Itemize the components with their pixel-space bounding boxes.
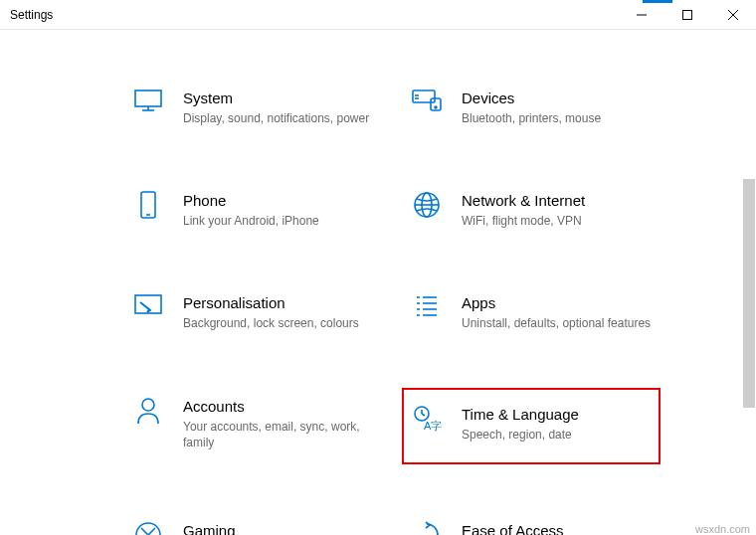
category-description: Bluetooth, printers, mouse xyxy=(462,110,653,126)
category-title: Phone xyxy=(183,192,374,209)
time-language-icon: A字 xyxy=(410,404,444,434)
apps-icon xyxy=(410,292,444,318)
svg-rect-12 xyxy=(141,192,155,218)
window-controls xyxy=(619,0,756,29)
category-text: PersonalisationBackground, lock screen, … xyxy=(183,292,374,331)
category-ease-of-access[interactable]: Ease of Access xyxy=(402,512,661,535)
category-description: WiFi, flight mode, VPN xyxy=(462,213,653,229)
category-text: Ease of Access xyxy=(462,520,653,535)
close-button[interactable] xyxy=(710,0,756,29)
scrollbar-thumb[interactable] xyxy=(743,179,755,408)
category-text: AppsUninstall, defaults, optional featur… xyxy=(462,292,653,331)
svg-point-9 xyxy=(435,106,437,108)
category-title: System xyxy=(183,89,374,106)
category-time-language[interactable]: A字Time & LanguageSpeech, region, date xyxy=(402,388,661,464)
category-text: AccountsYour accounts, email, sync, work… xyxy=(183,396,374,450)
phone-icon xyxy=(131,190,165,220)
category-description: Uninstall, defaults, optional features xyxy=(462,315,653,331)
active-tab-indicator xyxy=(643,0,672,3)
category-text: DevicesBluetooth, printers, mouse xyxy=(462,88,653,126)
category-description: Display, sound, notifications, power xyxy=(183,110,374,126)
system-icon xyxy=(131,88,165,113)
category-personalisation[interactable]: PersonalisationBackground, lock screen, … xyxy=(123,284,382,339)
category-description: Speech, region, date xyxy=(462,427,653,443)
category-title: Apps xyxy=(462,294,653,311)
svg-line-29 xyxy=(422,414,425,416)
personalisation-icon xyxy=(131,292,165,318)
category-title: Personalisation xyxy=(183,294,374,311)
titlebar: Settings xyxy=(0,0,756,30)
category-gaming[interactable]: Gaming xyxy=(123,512,382,535)
gaming-icon xyxy=(131,520,165,535)
category-description: Your accounts, email, sync, work, family xyxy=(183,419,374,450)
category-system[interactable]: SystemDisplay, sound, notifications, pow… xyxy=(123,80,382,134)
svg-point-26 xyxy=(142,399,154,411)
category-title: Network & Internet xyxy=(462,192,653,209)
category-text: Time & LanguageSpeech, region, date xyxy=(462,404,653,443)
ease-of-access-icon xyxy=(410,520,444,535)
category-title: Accounts xyxy=(183,398,374,415)
network-icon xyxy=(410,190,444,220)
maximize-button[interactable] xyxy=(664,0,710,29)
category-description: Link your Android, iPhone xyxy=(183,213,374,229)
svg-point-31 xyxy=(136,523,160,535)
category-description: Background, lock screen, colours xyxy=(183,315,374,331)
category-text: PhoneLink your Android, iPhone xyxy=(183,190,374,229)
category-text: Gaming xyxy=(183,520,374,535)
category-accounts[interactable]: AccountsYour accounts, email, sync, work… xyxy=(123,388,382,464)
category-text: Network & InternetWiFi, flight mode, VPN xyxy=(462,190,653,229)
watermark: wsxdn.com xyxy=(695,523,750,535)
category-title: Devices xyxy=(462,89,653,106)
accounts-icon xyxy=(131,396,165,426)
minimize-button[interactable] xyxy=(619,0,664,29)
settings-categories: SystemDisplay, sound, notifications, pow… xyxy=(0,30,756,535)
category-title: Time & Language xyxy=(462,406,653,423)
window-title: Settings xyxy=(10,8,619,22)
category-title: Gaming xyxy=(183,522,374,535)
svg-rect-4 xyxy=(135,90,161,106)
category-devices[interactable]: DevicesBluetooth, printers, mouse xyxy=(402,80,661,134)
category-text: SystemDisplay, sound, notifications, pow… xyxy=(183,88,374,126)
category-network[interactable]: Network & InternetWiFi, flight mode, VPN xyxy=(402,182,661,237)
category-apps[interactable]: AppsUninstall, defaults, optional featur… xyxy=(402,284,661,339)
category-phone[interactable]: PhoneLink your Android, iPhone xyxy=(123,182,382,237)
category-title: Ease of Access xyxy=(462,522,653,535)
devices-icon xyxy=(410,88,444,113)
svg-text:A字: A字 xyxy=(424,420,442,432)
svg-rect-1 xyxy=(683,10,692,19)
